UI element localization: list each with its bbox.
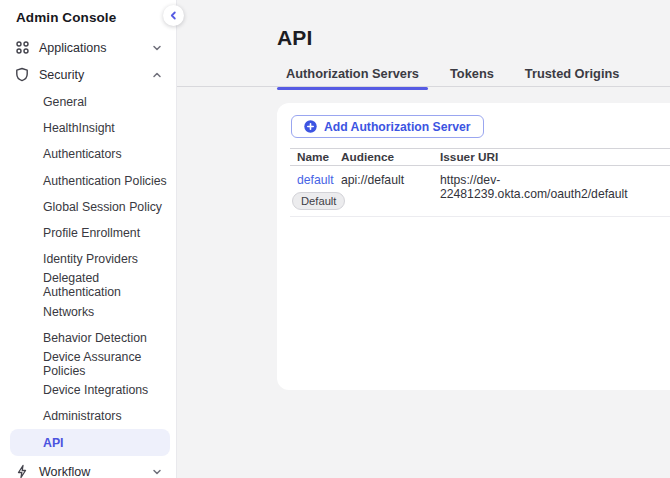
default-badge: Default	[292, 192, 345, 210]
sidebar-item-security[interactable]: Security	[0, 61, 176, 88]
chevron-down-icon	[152, 467, 162, 477]
shield-icon	[14, 67, 30, 83]
sidebar-item-behavior-detection[interactable]: Behavior Detection	[0, 325, 176, 351]
tab-bar: Authorization Servers Tokens Trusted Ori…	[277, 64, 628, 95]
server-name-link[interactable]: default	[297, 173, 334, 187]
sidebar-item-authenticators[interactable]: Authenticators	[0, 141, 176, 167]
cell-issuer-uri: https://dev-22481239.okta.com/oauth2/def…	[440, 173, 670, 201]
sidebar-item-label: Workflow	[39, 465, 90, 478]
authorization-servers-panel: Add Authorization Server Name Audience I…	[277, 103, 670, 390]
sidebar-item-identity-providers[interactable]: Identity Providers	[0, 246, 176, 272]
main-content: API Authorization Servers Tokens Trusted…	[177, 0, 670, 478]
sidebar-item-label: Applications	[39, 41, 106, 55]
apps-grid-icon	[14, 40, 30, 56]
table-header-row: Name Audience Issuer URI	[290, 148, 670, 166]
tab-tokens[interactable]: Tokens	[441, 64, 503, 95]
security-subnav: General HealthInsight Authenticators Aut…	[0, 89, 176, 456]
sidebar-nav: Applications Security General HealthInsi…	[0, 34, 176, 478]
sidebar-item-delegated-authentication[interactable]: Delegated Authentication	[0, 272, 176, 298]
sidebar-item-networks[interactable]: Networks	[0, 299, 176, 325]
chevron-left-icon	[168, 10, 179, 21]
sidebar: Admin Console Applications Security	[0, 0, 177, 478]
plus-circle-icon	[304, 120, 317, 133]
authorization-servers-table: Name Audience Issuer URI default Default…	[290, 148, 670, 217]
sidebar-item-global-session-policy[interactable]: Global Session Policy	[0, 194, 176, 220]
sidebar-item-device-integrations[interactable]: Device Integrations	[0, 377, 176, 403]
chevron-up-icon	[152, 70, 162, 80]
add-button-label: Add Authorization Server	[324, 120, 471, 134]
sidebar-collapse-button[interactable]	[163, 5, 184, 26]
sidebar-item-healthinsight[interactable]: HealthInsight	[0, 115, 176, 141]
sidebar-item-api[interactable]: API	[10, 429, 170, 456]
sidebar-header: Admin Console	[0, 0, 176, 26]
tab-trusted-origins[interactable]: Trusted Origins	[516, 64, 629, 95]
sidebar-item-authentication-policies[interactable]: Authentication Policies	[0, 168, 176, 194]
page-title: API	[277, 26, 313, 50]
sidebar-item-administrators[interactable]: Administrators	[0, 403, 176, 429]
chevron-down-icon	[152, 43, 162, 53]
sidebar-item-device-assurance-policies[interactable]: Device Assurance Policies	[0, 351, 176, 377]
cell-audience: api://default	[341, 173, 440, 187]
cell-name: default Default	[290, 173, 341, 210]
sidebar-item-label: Security	[39, 68, 84, 82]
sidebar-item-general[interactable]: General	[0, 89, 176, 115]
column-header-audience: Audience	[341, 150, 440, 164]
sidebar-item-profile-enrollment[interactable]: Profile Enrollment	[0, 220, 176, 246]
zap-icon	[14, 464, 30, 478]
table-row: default Default api://default https://de…	[290, 166, 670, 217]
column-header-name: Name	[290, 150, 341, 164]
app-title: Admin Console	[16, 10, 116, 25]
add-authorization-server-button[interactable]: Add Authorization Server	[291, 115, 484, 138]
tab-authorization-servers[interactable]: Authorization Servers	[277, 64, 428, 95]
sidebar-item-applications[interactable]: Applications	[0, 34, 176, 61]
sidebar-item-workflow[interactable]: Workflow	[0, 458, 176, 478]
column-header-issuer-uri: Issuer URI	[440, 150, 670, 164]
